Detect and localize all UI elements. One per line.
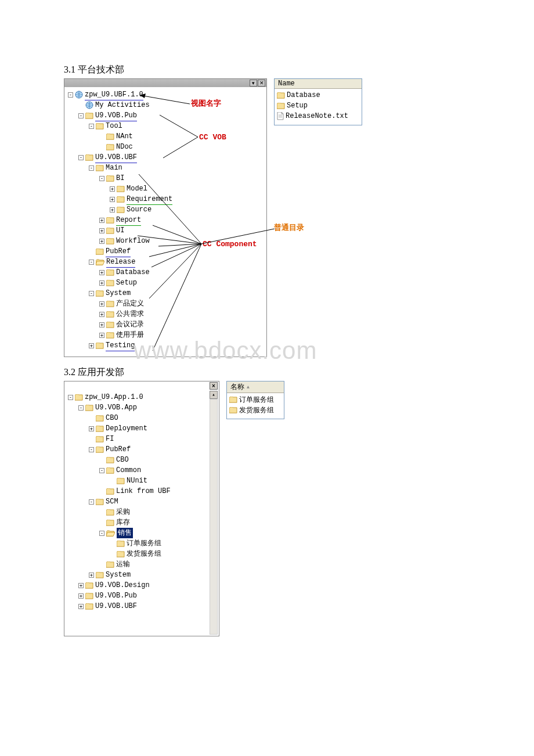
- tree-node[interactable]: +System: [68, 570, 218, 580]
- list-body-2[interactable]: 订单服务组发货服务组: [227, 393, 284, 419]
- expander-icon[interactable]: +: [99, 312, 104, 317]
- expander-icon[interactable]: +: [89, 426, 94, 431]
- tree-node[interactable]: CBO: [68, 413, 218, 423]
- expander-icon[interactable]: +: [99, 218, 104, 223]
- expander-icon[interactable]: -: [89, 124, 94, 129]
- folder-open-icon: [106, 530, 115, 537]
- tree-node[interactable]: -Main: [68, 163, 265, 173]
- expander-icon[interactable]: -: [68, 92, 73, 98]
- expander-icon[interactable]: +: [99, 280, 104, 286]
- tree-node[interactable]: 发货服务组: [68, 549, 218, 559]
- tree-node[interactable]: -zpw_U9.UBF.1.0: [68, 89, 265, 100]
- tree-node[interactable]: FI: [68, 434, 218, 444]
- expander-icon[interactable]: -: [99, 176, 104, 181]
- expander-icon[interactable]: -: [68, 395, 73, 400]
- tree-node-label: U9.VOB.Design: [95, 580, 150, 591]
- expander-icon[interactable]: -: [89, 260, 94, 265]
- globe-icon: [75, 91, 83, 99]
- tree-node[interactable]: 订单服务组: [68, 538, 218, 549]
- column-header-name[interactable]: Name: [275, 79, 362, 89]
- list-item[interactable]: 订单服务组: [229, 394, 282, 405]
- expander-icon[interactable]: +: [78, 583, 84, 588]
- tree-node-label: 会议记录: [116, 319, 144, 330]
- tree-node[interactable]: +U9.VOB.Design: [68, 580, 218, 591]
- expander-icon[interactable]: -: [78, 113, 84, 118]
- folder-icon: [106, 280, 114, 286]
- tree-node[interactable]: -PubRef: [68, 444, 218, 455]
- tree-node[interactable]: -BI: [68, 173, 265, 183]
- tree-node[interactable]: -U9.VOB.UBF: [68, 152, 265, 163]
- expander-icon[interactable]: +: [78, 593, 84, 599]
- tree-node[interactable]: +会议记录: [68, 319, 265, 330]
- tree-node[interactable]: NAnt: [68, 131, 265, 142]
- expander-icon[interactable]: +: [99, 270, 104, 275]
- tree-node[interactable]: +Database: [68, 267, 265, 278]
- tree-node[interactable]: -System: [68, 288, 265, 298]
- list-item[interactable]: Database: [277, 90, 359, 100]
- close-icon[interactable]: ✕: [258, 80, 265, 87]
- expander-icon[interactable]: -: [78, 405, 84, 411]
- tree-node[interactable]: +U9.VOB.UBF: [68, 601, 218, 611]
- expander-icon[interactable]: +: [99, 301, 104, 307]
- column-header-label: 名称: [230, 382, 244, 392]
- expander-icon[interactable]: +: [89, 573, 94, 578]
- tree-body-1[interactable]: -zpw_U9.UBF.1.0My Activities-U9.VOB.Pub-…: [64, 87, 266, 353]
- tree-node[interactable]: My Activities: [68, 100, 265, 110]
- expander-icon[interactable]: +: [99, 228, 104, 233]
- expander-icon[interactable]: +: [110, 197, 115, 202]
- tree-node-label: My Activities: [95, 100, 150, 110]
- column-header-name-2[interactable]: 名称 ▲: [227, 381, 284, 393]
- tree-node[interactable]: 库存: [68, 517, 218, 528]
- tree-node[interactable]: CBO: [68, 455, 218, 465]
- tree-node[interactable]: +使用手册: [68, 330, 265, 340]
- expander-icon[interactable]: -: [89, 499, 94, 505]
- list-item[interactable]: 发货服务组: [229, 405, 282, 415]
- list-body-1[interactable]: DatabaseSetupReleaseNote.txt: [275, 89, 362, 125]
- tree-node[interactable]: +Report: [68, 215, 265, 225]
- tree-body-2[interactable]: -zpw_U9.App.1.0-U9.VOB.AppCBO+Deployment…: [64, 381, 219, 614]
- tree-node[interactable]: +Source: [68, 204, 265, 215]
- expander-icon[interactable]: +: [99, 322, 104, 327]
- tree-node[interactable]: +Requirement: [68, 194, 265, 204]
- tree-node[interactable]: -Release: [68, 257, 265, 267]
- expander-icon[interactable]: +: [78, 604, 84, 609]
- tree-node[interactable]: -Common: [68, 465, 218, 476]
- tree-node[interactable]: -U9.VOB.Pub: [68, 110, 265, 121]
- expander-icon[interactable]: +: [110, 207, 115, 213]
- tree-node[interactable]: +Deployment: [68, 423, 218, 434]
- tree-node[interactable]: -Tool: [68, 121, 265, 131]
- folder-icon: [85, 154, 93, 161]
- tree-node[interactable]: +Testing: [68, 340, 265, 351]
- tree-node[interactable]: +UI: [68, 225, 265, 236]
- tree-node[interactable]: +Model: [68, 183, 265, 194]
- tree-node[interactable]: -销售: [68, 528, 218, 538]
- list-item[interactable]: Setup: [277, 100, 359, 111]
- tree-node-label: SCM: [106, 496, 118, 507]
- expander-icon[interactable]: -: [89, 447, 94, 452]
- expander-icon[interactable]: +: [110, 186, 115, 192]
- list-item-label: Database: [287, 91, 320, 99]
- expander-icon[interactable]: -: [78, 155, 84, 160]
- expander-icon[interactable]: -: [99, 531, 104, 536]
- expander-icon[interactable]: +: [89, 343, 94, 348]
- expander-icon[interactable]: -: [99, 468, 104, 473]
- dropdown-icon[interactable]: ▾: [250, 80, 257, 87]
- list-item[interactable]: ReleaseNote.txt: [277, 111, 359, 121]
- tree-node[interactable]: +Setup: [68, 278, 265, 288]
- tree-node[interactable]: +产品定义: [68, 298, 265, 309]
- expander-icon[interactable]: +: [99, 333, 104, 338]
- tree-node[interactable]: +U9.VOB.Pub: [68, 591, 218, 601]
- expander-icon[interactable]: +: [99, 239, 104, 244]
- expander-icon[interactable]: -: [89, 165, 94, 171]
- tree-node[interactable]: 采购: [68, 507, 218, 517]
- folder-icon: [106, 175, 114, 182]
- tree-node[interactable]: Link from UBF: [68, 486, 218, 496]
- tree-node[interactable]: -SCM: [68, 496, 218, 507]
- tree-node[interactable]: 运输: [68, 559, 218, 570]
- tree-node[interactable]: -U9.VOB.App: [68, 402, 218, 413]
- tree-node[interactable]: +公共需求: [68, 309, 265, 319]
- tree-node[interactable]: -zpw_U9.App.1.0: [68, 392, 218, 402]
- expander-icon[interactable]: -: [89, 291, 94, 296]
- tree-node[interactable]: NUnit: [68, 476, 218, 486]
- tree-node[interactable]: NDoc: [68, 142, 265, 152]
